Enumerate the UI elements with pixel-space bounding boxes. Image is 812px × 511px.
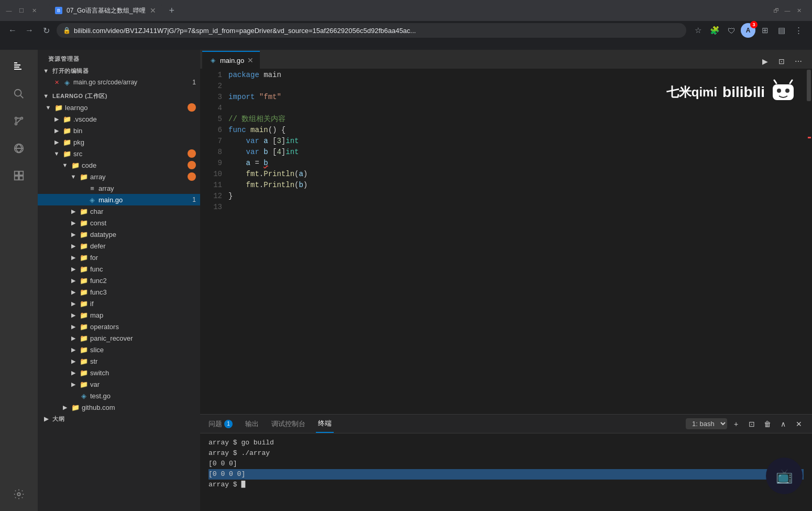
chevron-down-icon: ▼ (44, 103, 52, 112)
output-label: 输出 (245, 419, 259, 429)
menu-icon[interactable]: ⋮ (791, 23, 806, 38)
browser-tab[interactable]: B 07_Go语言基础之数组_哔哩 ✕ (49, 3, 162, 18)
minimize-button[interactable]: — (5, 7, 13, 14)
tab-problems[interactable]: 问题 1 (206, 415, 235, 433)
tree-datatype[interactable]: ▶ 📁 datatype (38, 229, 200, 240)
go-file-icon: ◈ (209, 56, 217, 64)
tree-for[interactable]: ▶ 📁 for (38, 252, 200, 263)
tab-output[interactable]: 输出 (243, 415, 261, 433)
editor-scrollbar[interactable] (806, 69, 812, 414)
editor-tab-main-go[interactable]: ◈ main.go ✕ (202, 51, 260, 69)
extensions-icon[interactable]: 🧩 (707, 23, 722, 38)
bookmark-icon[interactable]: ☆ (690, 23, 705, 38)
code-editor[interactable]: 12345 678910 111213 package main import … (200, 69, 812, 414)
tree-map[interactable]: ▶ 📁 map (38, 309, 200, 321)
more-actions-button[interactable]: ⋯ (791, 54, 806, 69)
window-controls: — ☐ ✕ (5, 7, 38, 14)
folder-icon: 📁 (80, 242, 88, 250)
tree-github[interactable]: ▶ 📁 github.com (38, 401, 200, 413)
folder-label: pkg (73, 138, 84, 146)
tree-char[interactable]: ▶ 📁 char (38, 205, 200, 217)
terminal-line-4: [0 0 0 0] (209, 469, 804, 480)
tree-func2[interactable]: ▶ 📁 func2 (38, 275, 200, 286)
code-content[interactable]: package main import "fmt" // 数组相关内容 func… (226, 69, 806, 414)
tree-str[interactable]: ▶ 📁 str (38, 355, 200, 367)
back-button[interactable]: ← (6, 24, 19, 37)
shield-icon[interactable]: 🛡 (724, 23, 739, 38)
svg-rect-0 (14, 62, 17, 63)
address-bar-row: ← → ↻ 🔒 bilibili.com/video/BV1ZJ411W7jG/… (0, 21, 812, 40)
run-button[interactable]: ▶ (758, 54, 772, 69)
tree-if[interactable]: ▶ 📁 if (38, 298, 200, 309)
profile-avatar[interactable]: A 3 (741, 23, 755, 38)
tree-panic-recover[interactable]: ▶ 📁 panic_recover (38, 332, 200, 344)
section-outline[interactable]: ▶ 大纲 (38, 413, 200, 425)
activity-settings[interactable] (6, 482, 31, 507)
scrollbar-thumb (807, 70, 811, 101)
tree-const[interactable]: ▶ 📁 const (38, 217, 200, 229)
new-tab-button[interactable]: + (164, 3, 179, 18)
tree-vscode[interactable]: ▶ 📁 .vscode (38, 113, 200, 125)
section-open-editors[interactable]: ▼ 打开的编辑器 (38, 65, 200, 77)
add-terminal-button[interactable]: + (729, 417, 743, 431)
win-close-button[interactable]: ✕ (795, 7, 803, 14)
tab-terminal[interactable]: 终端 (316, 415, 334, 433)
tree-var[interactable]: ▶ 📁 var (38, 378, 200, 390)
activity-git[interactable] (6, 108, 31, 134)
tree-defer[interactable]: ▶ 📁 defer (38, 240, 200, 252)
tree-learngo[interactable]: ▼ 📁 learngo (38, 102, 200, 113)
chevron-right-icon: ▶ (69, 380, 78, 388)
sidebar-toggle-icon[interactable]: ▤ (774, 23, 789, 38)
folder-label: str (90, 357, 97, 365)
split-editor-button[interactable]: ⊡ (774, 54, 789, 69)
file-label: array (98, 184, 114, 192)
go-file-icon: ◈ (63, 78, 71, 86)
tree-slice[interactable]: ▶ 📁 slice (38, 344, 200, 355)
tree-pkg[interactable]: ▶ 📁 pkg (38, 136, 200, 148)
activity-search[interactable] (6, 81, 31, 106)
extensions-manager-icon[interactable]: ⊞ (758, 23, 772, 38)
close-file-icon[interactable]: ✕ (52, 78, 61, 86)
open-editor-file[interactable]: ✕ ◈ main.go src/code/array 1 (38, 77, 200, 88)
folder-label: array (90, 173, 106, 181)
address-bar[interactable]: 🔒 bilibili.com/video/BV1ZJ411W7jG/?p=7&s… (57, 23, 686, 38)
delete-terminal-button[interactable]: 🗑 (761, 417, 774, 431)
terminal-content[interactable]: array $ go build array $ ./array [0 0 0]… (200, 433, 812, 511)
vscode-container: 资源管理器 ▼ 打开的编辑器 ✕ ◈ main.go src/code/arra… (0, 50, 812, 511)
activity-explorer2[interactable] (6, 163, 31, 188)
tree-array-folder[interactable]: ▼ 📁 array (38, 171, 200, 182)
shell-selector[interactable]: 1: bash (686, 418, 727, 429)
tree-bin[interactable]: ▶ 📁 bin (38, 125, 200, 136)
folder-icon: 📁 (80, 172, 88, 181)
refresh-button[interactable]: ↻ (40, 24, 52, 37)
tab-debug-console[interactable]: 调试控制台 (269, 415, 308, 433)
section-workspace[interactable]: ▼ LEARNGO (工作区) (38, 90, 200, 102)
tree-array-file[interactable]: ▶ ≡ array (38, 182, 200, 194)
restore-down-button[interactable]: 🗗 (772, 7, 780, 14)
activity-explorer[interactable] (6, 54, 31, 79)
folder-label: operators (90, 323, 119, 331)
activity-remote[interactable] (6, 136, 31, 161)
tree-code[interactable]: ▼ 📁 code (38, 159, 200, 171)
tree-test-go[interactable]: ▶ ◈ test.go (38, 390, 200, 401)
tree-func3[interactable]: ▶ 📁 func3 (38, 286, 200, 298)
split-terminal-button[interactable]: ⊡ (745, 417, 759, 431)
close-button[interactable]: ✕ (30, 7, 38, 14)
tree-func[interactable]: ▶ 📁 func (38, 263, 200, 275)
maximize-button[interactable]: ☐ (18, 7, 25, 14)
tab-close-button[interactable]: ✕ (247, 56, 254, 64)
tree-src[interactable]: ▼ 📁 src (38, 148, 200, 159)
forward-button[interactable]: → (23, 24, 36, 37)
panel-close-button[interactable]: ✕ (792, 417, 806, 431)
tree-main-go[interactable]: ▶ ◈ main.go 1 (38, 194, 200, 205)
tab-close-icon[interactable]: ✕ (150, 6, 156, 15)
tree-operators[interactable]: ▶ 📁 operators (38, 321, 200, 332)
win-minimize-button[interactable]: — (784, 7, 791, 14)
folder-label: src (73, 150, 82, 158)
panel-maximize-button[interactable]: ∧ (776, 417, 790, 431)
code-line-2 (226, 81, 806, 92)
folder-icon: 📁 (63, 115, 71, 123)
terminal-line-2: array $ ./array (209, 448, 804, 459)
tree-switch[interactable]: ▶ 📁 switch (38, 367, 200, 378)
chevron-down-icon: ▼ (61, 161, 69, 169)
